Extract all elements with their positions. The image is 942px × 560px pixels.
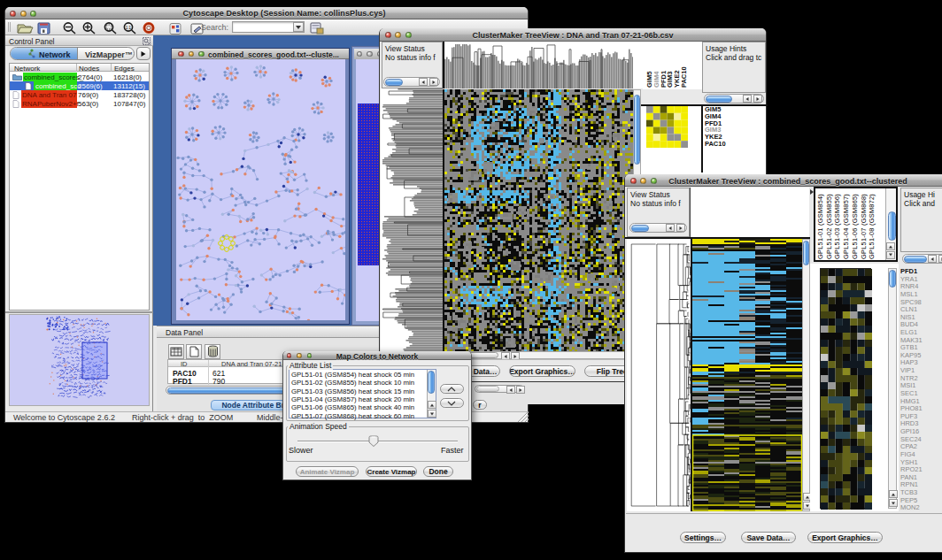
svg-text:1:1: 1:1	[126, 26, 132, 30]
